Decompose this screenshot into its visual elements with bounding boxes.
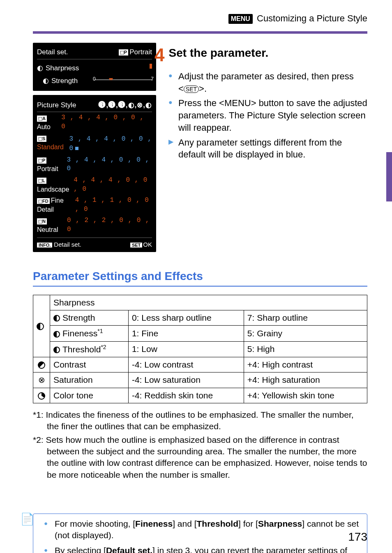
sharpness-icon: ◐ xyxy=(37,64,43,73)
result-bullet: Any parameter settings different from th… xyxy=(178,137,367,161)
detail-set-panel: Detail set. ⬚PPortrait ◐ Sharpness ◐ Str… xyxy=(33,43,156,91)
footnote-1: *1: Indicates the fineness of the outlin… xyxy=(33,409,367,433)
menu-icon: MENU xyxy=(228,14,253,24)
picture-style-panel: Picture Style 🅖,🅖,🅖,◐,⊗,◐ ⬚AAuto3 , 4 , … xyxy=(33,95,156,252)
table-row: Threshold*2 1: Low 5: High xyxy=(33,341,367,357)
modified-indicator xyxy=(75,147,78,150)
list-item[interactable]: ⬚SStandard3 , 4 , 4 , 0 , 0 , 0 xyxy=(37,133,152,155)
note-item: For movie shooting, [Fineness] and [Thre… xyxy=(55,518,361,541)
picture-style-header-icons: 🅖,🅖,🅖,◐,⊗,◐ xyxy=(99,101,152,110)
list-item[interactable]: ⬚AAuto3 , 4 , 4 , 0 , 0 , 0 xyxy=(37,112,152,132)
strength-slider[interactable]: 0 ▾▾ 7 xyxy=(95,76,152,83)
table-row: Color tone -4: Reddish skin tone +4: Yel… xyxy=(33,388,367,403)
footnote-2: *2: Sets how much the outline is emphasi… xyxy=(33,434,367,481)
sharpness-header-cell: Sharpness xyxy=(50,295,367,310)
section-heading: Parameter Settings and Effects xyxy=(33,268,367,287)
page-header: MENU Customizing a Picture Style xyxy=(0,0,392,29)
saturation-icon: ⊗ xyxy=(33,373,50,388)
note-icon: 📄 xyxy=(20,511,35,527)
list-item[interactable]: ⬚LLandscape4 , 4 , 4 , 0 , 0 , 0 xyxy=(37,175,152,195)
note-item: By selecting [Default set.] in step 3, y… xyxy=(55,545,361,553)
detail-style-label: ⬚PPortrait xyxy=(119,48,152,57)
list-item[interactable]: ⬚FDFine Detail4 , 1 , 1 , 0 , 0 , 0 xyxy=(37,195,152,215)
strength-icon: ◐ xyxy=(43,76,49,86)
info-detail-label: INFO.Detail set. xyxy=(37,241,81,249)
sharpness-label: Sharpness xyxy=(46,64,79,73)
set-button-icon: SET xyxy=(184,86,199,93)
sharpness-group-icon xyxy=(33,295,50,357)
list-item[interactable]: ⬚NNeutral0 , 2 , 2 , 0 , 0 , 0 xyxy=(37,215,152,235)
parameter-table: Sharpness Strength 0: Less sharp outline… xyxy=(33,295,367,403)
active-indicator xyxy=(150,64,152,69)
footnotes: *1: Indicates the fineness of the outlin… xyxy=(33,409,367,481)
table-row: Strength 0: Less sharp outline 7: Sharp … xyxy=(33,310,367,325)
list-item[interactable]: ⬚PPortrait3 , 4 , 4 , 0 , 0 , 0 xyxy=(37,155,152,175)
table-row: ⊗ Saturation -4: Low saturation +4: High… xyxy=(33,373,367,388)
threshold-icon xyxy=(53,347,60,353)
section-tab xyxy=(386,152,392,201)
step-title: Set the parameter. xyxy=(169,45,269,61)
detail-set-label: Detail set. xyxy=(37,48,68,57)
table-row: Contrast -4: Low contrast +4: High contr… xyxy=(33,357,367,372)
contrast-icon xyxy=(33,357,50,372)
instruction-bullet: Press the <MENU> button to save the adju… xyxy=(178,97,367,134)
note-box: 📄 For movie shooting, [Fineness] and [Th… xyxy=(33,514,367,553)
strength-icon xyxy=(53,315,60,322)
table-row: Fineness*1 1: Fine 5: Grainy xyxy=(33,326,367,341)
colortone-icon xyxy=(33,388,50,403)
set-ok-label: SETOK xyxy=(130,241,152,249)
step-number: 4 xyxy=(154,43,164,67)
fineness-icon xyxy=(53,331,60,338)
picture-style-title: Picture Style xyxy=(37,101,76,110)
menu-button-label: MENU xyxy=(224,98,251,108)
strength-label: Strength xyxy=(51,76,78,86)
slider-marker-icon: ▾▾ xyxy=(109,76,112,82)
header-title: Customizing a Picture Style xyxy=(257,13,367,23)
page-number: 173 xyxy=(348,529,367,545)
header-divider xyxy=(33,31,367,34)
instruction-bullet: Adjust the parameter as desired, then pr… xyxy=(178,70,367,95)
